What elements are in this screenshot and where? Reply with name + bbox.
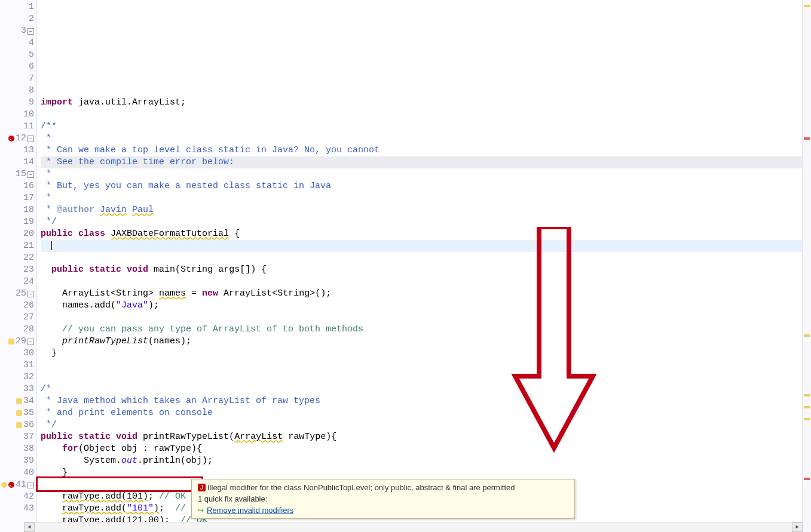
error-icon[interactable]: [8, 482, 14, 488]
error-badge-icon: J: [198, 484, 206, 491]
line-number: 26: [23, 300, 34, 312]
code-line[interactable]: // you can pass any type of ArrayList of…: [41, 324, 807, 336]
code-line[interactable]: [41, 276, 807, 288]
highlight-box-static-class: [36, 476, 203, 492]
code-line[interactable]: */: [41, 216, 807, 228]
line-number: 8: [29, 85, 34, 97]
overview-warning-marker[interactable]: [804, 406, 810, 408]
overview-error-marker[interactable]: [804, 137, 810, 140]
code-line[interactable]: ArrayList<String> names = new ArrayList<…: [41, 288, 807, 300]
scroll-right-button[interactable]: ►: [792, 522, 803, 532]
code-line[interactable]: *: [41, 192, 807, 204]
code-line[interactable]: [41, 252, 807, 264]
code-line[interactable]: /*: [41, 383, 807, 395]
code-line[interactable]: * See the compile time error below:: [41, 156, 807, 168]
code-line[interactable]: * and print elements on console: [41, 407, 807, 419]
code-line[interactable]: *: [41, 168, 807, 180]
line-number: 13: [23, 144, 34, 156]
line-number: 12: [16, 133, 26, 144]
line-number: 39: [23, 455, 34, 467]
error-message: Illegal modifier for the class NonPublic…: [207, 483, 515, 492]
line-number: 20: [23, 228, 34, 240]
code-line[interactable]: [41, 240, 807, 252]
code-line[interactable]: public static void printRawTypeList(Arra…: [41, 431, 807, 443]
fold-toggle[interactable]: [27, 291, 34, 297]
code-line[interactable]: * Can we make a top level class static i…: [41, 144, 807, 156]
code-line[interactable]: [41, 109, 807, 121]
quickfix-count: 1 quick fix available:: [198, 494, 568, 503]
code-line[interactable]: System.out.println(obj);: [41, 455, 807, 467]
code-line[interactable]: public static void main(String args[]) {: [41, 264, 807, 276]
annotation-arrow: [503, 227, 605, 454]
quickfix-icon: ↪: [198, 506, 204, 515]
line-number: 27: [23, 312, 34, 324]
line-number-gutter[interactable]: 1234567891011121314151617181920212223242…: [0, 0, 37, 532]
line-number: 38: [23, 443, 34, 455]
line-number: 4: [29, 37, 34, 49]
line-number: 31: [23, 359, 34, 371]
line-number: 16: [23, 180, 34, 192]
line-number: 14: [23, 156, 34, 168]
line-number: 2: [29, 13, 34, 25]
line-number: 21: [23, 240, 34, 252]
code-line[interactable]: * Java method which takes an ArrayList o…: [41, 395, 807, 407]
code-line[interactable]: [41, 312, 807, 324]
line-number: 40: [23, 467, 34, 479]
code-line[interactable]: * @author Javin Paul: [41, 204, 807, 216]
warning-icon[interactable]: [16, 410, 22, 416]
line-number: 17: [23, 192, 34, 204]
line-number: 15: [16, 168, 26, 180]
quickfix-bulb-icon[interactable]: [1, 482, 7, 488]
line-number: 6: [29, 61, 34, 73]
code-line[interactable]: printRawTypeList(names);: [41, 336, 807, 348]
line-number: 9: [29, 97, 34, 109]
line-number: 23: [23, 264, 34, 276]
horizontal-scrollbar[interactable]: ◄ ►: [24, 522, 803, 532]
line-number: 5: [29, 49, 34, 61]
error-tooltip: J Illegal modifier for the class NonPubl…: [191, 479, 575, 519]
warning-icon[interactable]: [16, 398, 22, 404]
line-number: 25: [16, 288, 26, 300]
scroll-left-button[interactable]: ◄: [24, 522, 35, 532]
code-editor: 1234567891011121314151617181920212223242…: [0, 0, 811, 532]
warning-icon[interactable]: [8, 339, 14, 345]
line-number: 7: [29, 73, 34, 85]
fold-toggle[interactable]: [27, 136, 34, 142]
code-line[interactable]: * But, yes you can make a nested class s…: [41, 180, 807, 192]
code-line[interactable]: */: [41, 419, 807, 431]
code-line[interactable]: [41, 371, 807, 383]
error-icon[interactable]: [8, 136, 14, 142]
fold-toggle[interactable]: [27, 482, 34, 488]
code-line[interactable]: public class JAXBDateFormatTutorial {: [41, 228, 807, 240]
fold-toggle[interactable]: [27, 28, 34, 35]
overview-ruler[interactable]: [802, 0, 811, 532]
warning-icon[interactable]: [16, 422, 22, 428]
overview-warning-marker[interactable]: [804, 5, 810, 7]
code-line[interactable]: import java.util.ArrayList;: [41, 97, 807, 109]
code-line[interactable]: *: [41, 133, 807, 144]
code-line[interactable]: for(Object obj : rawType){: [41, 443, 807, 455]
code-line[interactable]: }: [41, 348, 807, 359]
overview-warning-marker[interactable]: [804, 334, 810, 337]
line-number: 11: [23, 121, 34, 133]
line-number: 36: [23, 419, 34, 431]
line-number: 42: [23, 491, 34, 503]
line-number: 30: [23, 348, 34, 359]
code-area[interactable]: import java.util.ArrayList; /** * * Can …: [37, 0, 811, 532]
line-number: 29: [16, 336, 26, 348]
line-number: 33: [23, 383, 34, 395]
overview-warning-marker[interactable]: [804, 394, 810, 396]
line-number: 24: [23, 276, 34, 288]
code-line[interactable]: [41, 359, 807, 371]
line-number: 32: [23, 371, 34, 383]
code-line[interactable]: names.add("Java");: [41, 300, 807, 312]
fold-toggle[interactable]: [27, 171, 34, 178]
line-number: 28: [23, 324, 34, 336]
code-line[interactable]: /**: [41, 121, 807, 133]
overview-error-marker[interactable]: [804, 478, 810, 480]
line-number: 43: [23, 503, 34, 515]
quickfix-link[interactable]: Remove invalid modifiers: [207, 506, 293, 515]
fold-toggle[interactable]: [27, 339, 34, 345]
line-number: 1: [29, 1, 34, 13]
overview-warning-marker[interactable]: [804, 418, 810, 420]
